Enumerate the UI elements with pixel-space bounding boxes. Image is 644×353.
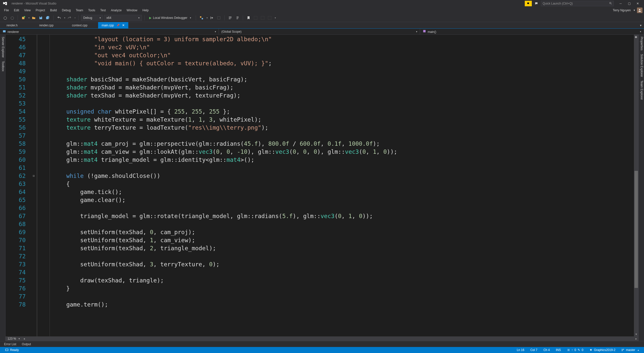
menu-tools[interactable]: Tools: [86, 8, 98, 13]
scope-dropdown[interactable]: (Global Scope) ▾: [219, 29, 420, 34]
chevron-down-icon[interactable]: ▾: [207, 17, 208, 19]
menu-edit[interactable]: Edit: [11, 8, 22, 13]
code-line[interactable]: "layout (location = 3) uniform sampler2D…: [52, 35, 638, 43]
menu-build[interactable]: Build: [48, 8, 59, 13]
status-char[interactable]: Ch 4: [540, 348, 553, 352]
code-line[interactable]: glm::mat4 cam_proj = glm::perspective(gl…: [52, 140, 638, 148]
menu-view[interactable]: View: [22, 8, 33, 13]
toolbar-icon[interactable]: [260, 15, 266, 21]
avatar[interactable]: [637, 8, 642, 13]
code-line[interactable]: draw(texShad, triangle);: [52, 276, 638, 284]
code-line[interactable]: triangle_model = glm::rotate(triangle_mo…: [52, 212, 638, 220]
comment-button[interactable]: [227, 15, 233, 21]
code-editor[interactable]: ✚ 45464748495051525354555657585960616263…: [6, 35, 638, 341]
toolbar-icon[interactable]: [209, 15, 215, 21]
scroll-left-icon[interactable]: ◂: [22, 336, 26, 341]
function-dropdown[interactable]: main() ▾: [420, 29, 644, 34]
status-ins[interactable]: INS: [553, 348, 564, 352]
fold-column[interactable]: ⊟: [31, 35, 37, 336]
status-col[interactable]: Col 7: [527, 348, 540, 352]
start-debugging-button[interactable]: ▶ Local Windows Debugger ▾: [147, 15, 193, 21]
toolbar-icon[interactable]: [253, 15, 259, 21]
close-icon[interactable]: ✕: [122, 23, 125, 27]
solution-platform-dropdown[interactable]: x64▾: [104, 15, 142, 21]
menu-analyze[interactable]: Analyze: [108, 8, 124, 13]
code-line[interactable]: texture whiteTexture = makeTexture(1, 1,…: [52, 116, 638, 124]
bottom-tab-error-list[interactable]: Error List: [2, 342, 19, 347]
undo-button[interactable]: [56, 15, 62, 21]
nav-forward-button[interactable]: ◯: [9, 15, 15, 21]
code-line[interactable]: glm::mat4 cam_view = glm::lookAt(glm::ve…: [52, 148, 638, 156]
uncomment-button[interactable]: [234, 15, 240, 21]
code-line[interactable]: shader mvpShad = makeShader(mvpVert, bas…: [52, 83, 638, 91]
feedback-icon[interactable]: [533, 1, 540, 6]
toolbar-icon[interactable]: [216, 15, 222, 21]
code-line[interactable]: "out vec4 outColor;\n": [52, 51, 638, 59]
tab-render-cpp[interactable]: render.cpp: [33, 22, 65, 28]
menu-window[interactable]: Window: [124, 8, 140, 13]
notification-flag-icon[interactable]: [525, 1, 532, 6]
code-line[interactable]: unsigned char whitePixel[] = { 255, 255,…: [52, 108, 638, 116]
toolbar-icon[interactable]: [198, 15, 205, 21]
code-line[interactable]: setUniform(texShad, 2, triangle_model);: [52, 244, 638, 252]
quick-launch-input[interactable]: Quick Launch (Ctrl+Q): [541, 1, 614, 6]
close-button[interactable]: ✕: [633, 1, 642, 6]
chevron-down-icon[interactable]: ▾: [275, 17, 276, 19]
sidebar-tab-team-explorer[interactable]: Team Explorer: [639, 80, 643, 100]
code-line[interactable]: [52, 164, 638, 172]
chevron-down-icon[interactable]: ▾: [64, 17, 65, 19]
menu-debug[interactable]: Debug: [59, 8, 73, 13]
menu-team[interactable]: Team: [73, 8, 86, 13]
status-line[interactable]: Ln 16: [514, 348, 527, 352]
code-line[interactable]: glm::mat4 triangle_model = glm::identity…: [52, 156, 638, 164]
maximize-button[interactable]: ▢: [625, 1, 633, 6]
vertical-scrollbar[interactable]: ▴ ▾: [634, 35, 638, 336]
menu-file[interactable]: File: [2, 8, 11, 13]
tab-main-cpp[interactable]: main.cpp📌✕: [98, 22, 129, 28]
save-all-button[interactable]: [45, 15, 51, 21]
code-line[interactable]: [52, 132, 638, 140]
chevron-down-icon[interactable]: ▾: [28, 17, 30, 19]
menu-test[interactable]: Test: [98, 8, 108, 13]
code-line[interactable]: [52, 204, 638, 212]
new-project-button[interactable]: [20, 15, 26, 21]
code-line[interactable]: shader basicShad = makeShader(basicVert,…: [52, 75, 638, 83]
code-line[interactable]: texture terryTexture = loadTexture("res\…: [52, 124, 638, 132]
minimize-button[interactable]: ─: [616, 1, 625, 6]
open-file-button[interactable]: [31, 15, 37, 21]
code-line[interactable]: game.tick();: [52, 188, 638, 196]
menu-help[interactable]: Help: [140, 8, 151, 13]
menu-project[interactable]: Project: [33, 8, 48, 13]
code-line[interactable]: shader texShad = makeShader(mvpVert, tex…: [52, 91, 638, 99]
sidebar-tab-solution-explorer[interactable]: Solution Explorer: [639, 54, 643, 77]
code-line[interactable]: while (!game.shouldClose()): [52, 172, 638, 180]
tab-overflow-button[interactable]: ▾: [637, 22, 644, 28]
zoom-dropdown[interactable]: 123 %▾: [6, 337, 22, 340]
code-line[interactable]: [52, 292, 638, 300]
code-line[interactable]: [52, 252, 638, 260]
code-line[interactable]: setUniform(texShad, 1, cam_view);: [52, 236, 638, 244]
pin-icon[interactable]: 📌: [116, 24, 119, 27]
code-line[interactable]: game.term();: [52, 300, 638, 309]
status-branch[interactable]: master ▴: [618, 348, 642, 352]
redo-button[interactable]: [66, 15, 72, 21]
code-line[interactable]: [52, 268, 638, 276]
scroll-down-icon[interactable]: ▾: [634, 332, 638, 336]
user-name[interactable]: Terry Nguyen: [613, 9, 632, 12]
status-pending-changes[interactable]: ↑0 ✎0: [564, 348, 586, 352]
code-line[interactable]: setUniform(texShad, 0, cam_proj);: [52, 228, 638, 236]
scrollbar-thumb[interactable]: [634, 171, 638, 288]
code-line[interactable]: [52, 99, 638, 108]
code-line[interactable]: game.clear();: [52, 196, 638, 204]
code-content[interactable]: "layout (location = 3) uniform sampler2D…: [52, 35, 638, 336]
code-line[interactable]: setUniform(texShad, 3, terryTexture, 0);: [52, 260, 638, 268]
scroll-right-icon[interactable]: ▸: [634, 336, 638, 341]
toolbar-icon[interactable]: [267, 15, 273, 21]
code-line[interactable]: "void main() { outColor = texture(albedo…: [52, 59, 638, 67]
sidebar-tab-toolbox[interactable]: Toolbox: [1, 61, 5, 71]
bottom-tab-output[interactable]: Output: [19, 342, 33, 347]
code-line[interactable]: {: [52, 180, 638, 188]
code-line[interactable]: "in vec2 vUV;\n": [52, 43, 638, 51]
project-dropdown[interactable]: renderer ▾: [0, 29, 219, 34]
code-line[interactable]: [52, 220, 638, 228]
